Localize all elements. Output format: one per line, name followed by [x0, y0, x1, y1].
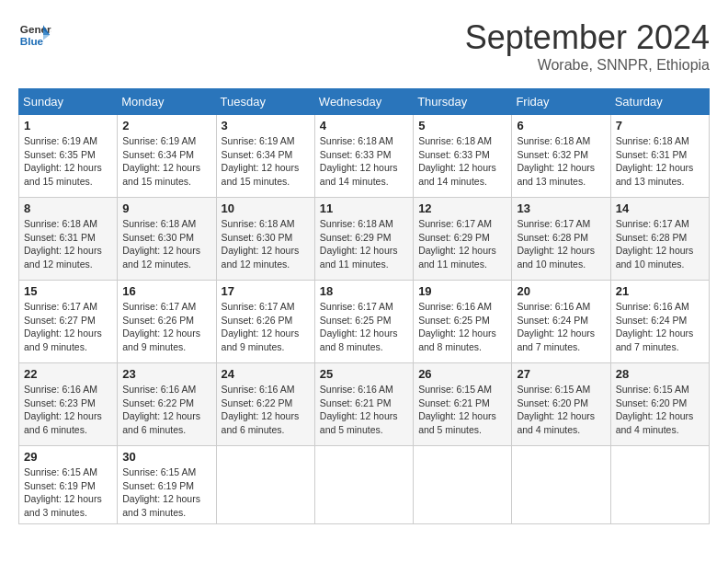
calendar-cell: 3 Sunrise: 6:19 AM Sunset: 6:34 PM Dayli…: [216, 115, 314, 198]
calendar-cell: 23 Sunrise: 6:16 AM Sunset: 6:22 PM Dayl…: [118, 363, 216, 446]
day-info: Sunrise: 6:18 AM Sunset: 6:31 PM Dayligh…: [616, 134, 704, 189]
day-number: 9: [122, 201, 210, 215]
day-number: 17: [222, 284, 310, 298]
day-number: 21: [616, 284, 704, 298]
logo-icon: General Blue: [18, 18, 51, 52]
calendar-cell: 15 Sunrise: 6:17 AM Sunset: 6:27 PM Dayl…: [19, 281, 118, 363]
calendar-cell: 2 Sunrise: 6:19 AM Sunset: 6:34 PM Dayli…: [118, 115, 216, 198]
calendar-cell: 22 Sunrise: 6:16 AM Sunset: 6:23 PM Dayl…: [19, 363, 118, 446]
day-info: Sunrise: 6:17 AM Sunset: 6:26 PM Dayligh…: [122, 300, 210, 354]
calendar-cell: 10 Sunrise: 6:18 AM Sunset: 6:30 PM Dayl…: [216, 198, 314, 281]
day-info: Sunrise: 6:17 AM Sunset: 6:26 PM Dayligh…: [222, 300, 310, 354]
day-info: Sunrise: 6:18 AM Sunset: 6:32 PM Dayligh…: [517, 134, 605, 189]
day-number: 22: [24, 367, 112, 381]
day-info: Sunrise: 6:15 AM Sunset: 6:21 PM Dayligh…: [418, 383, 506, 437]
day-number: 14: [616, 201, 704, 215]
day-info: Sunrise: 6:15 AM Sunset: 6:19 PM Dayligh…: [24, 465, 112, 520]
page-header: General Blue September 2024 Worabe, SNNP…: [18, 18, 710, 74]
day-info: Sunrise: 6:16 AM Sunset: 6:24 PM Dayligh…: [517, 300, 605, 354]
day-info: Sunrise: 6:18 AM Sunset: 6:30 PM Dayligh…: [122, 217, 210, 271]
day-number: 24: [222, 367, 310, 381]
day-number: 8: [24, 201, 112, 215]
month-title: September 2024: [465, 18, 710, 57]
calendar-cell: 12 Sunrise: 6:17 AM Sunset: 6:29 PM Dayl…: [414, 198, 512, 281]
calendar-cell: 19 Sunrise: 6:16 AM Sunset: 6:25 PM Dayl…: [414, 281, 512, 363]
header-monday: Monday: [118, 89, 216, 115]
calendar-cell: [216, 446, 314, 524]
day-number: 16: [122, 284, 210, 298]
day-info: Sunrise: 6:18 AM Sunset: 6:31 PM Dayligh…: [24, 217, 112, 271]
header-saturday: Saturday: [610, 89, 709, 115]
header-friday: Friday: [512, 89, 610, 115]
day-info: Sunrise: 6:16 AM Sunset: 6:23 PM Dayligh…: [24, 383, 112, 437]
calendar-cell: 11 Sunrise: 6:18 AM Sunset: 6:29 PM Dayl…: [314, 198, 413, 281]
calendar-cell: 16 Sunrise: 6:17 AM Sunset: 6:26 PM Dayl…: [118, 281, 216, 363]
day-number: 12: [418, 201, 506, 215]
day-info: Sunrise: 6:15 AM Sunset: 6:20 PM Dayligh…: [517, 383, 605, 437]
calendar-cell: 26 Sunrise: 6:15 AM Sunset: 6:21 PM Dayl…: [414, 363, 512, 446]
header-sunday: Sunday: [19, 89, 118, 115]
calendar-cell: [512, 446, 610, 524]
header-thursday: Thursday: [414, 89, 512, 115]
day-number: 10: [222, 201, 310, 215]
calendar-cell: 20 Sunrise: 6:16 AM Sunset: 6:24 PM Dayl…: [512, 281, 610, 363]
day-number: 30: [122, 450, 210, 464]
calendar-cell: 13 Sunrise: 6:17 AM Sunset: 6:28 PM Dayl…: [512, 198, 610, 281]
calendar-cell: 30 Sunrise: 6:15 AM Sunset: 6:19 PM Dayl…: [118, 446, 216, 524]
day-number: 19: [418, 284, 506, 298]
calendar-cell: 5 Sunrise: 6:18 AM Sunset: 6:33 PM Dayli…: [414, 115, 512, 198]
day-info: Sunrise: 6:18 AM Sunset: 6:33 PM Dayligh…: [320, 134, 408, 189]
day-info: Sunrise: 6:16 AM Sunset: 6:24 PM Dayligh…: [616, 300, 704, 354]
calendar-cell: [314, 446, 413, 524]
day-number: 4: [320, 119, 408, 132]
day-number: 2: [122, 119, 210, 132]
day-number: 11: [320, 201, 408, 215]
calendar-cell: 9 Sunrise: 6:18 AM Sunset: 6:30 PM Dayli…: [118, 198, 216, 281]
day-info: Sunrise: 6:15 AM Sunset: 6:20 PM Dayligh…: [616, 383, 704, 437]
day-number: 25: [320, 367, 408, 381]
day-info: Sunrise: 6:19 AM Sunset: 6:34 PM Dayligh…: [222, 134, 310, 189]
header-wednesday: Wednesday: [314, 89, 413, 115]
day-info: Sunrise: 6:16 AM Sunset: 6:25 PM Dayligh…: [418, 300, 506, 354]
calendar-cell: 27 Sunrise: 6:15 AM Sunset: 6:20 PM Dayl…: [512, 363, 610, 446]
day-info: Sunrise: 6:17 AM Sunset: 6:28 PM Dayligh…: [616, 217, 704, 271]
calendar-cell: 4 Sunrise: 6:18 AM Sunset: 6:33 PM Dayli…: [314, 115, 413, 198]
header-tuesday: Tuesday: [216, 89, 314, 115]
calendar-cell: 18 Sunrise: 6:17 AM Sunset: 6:25 PM Dayl…: [314, 281, 413, 363]
calendar-table: Sunday Monday Tuesday Wednesday Thursday…: [18, 88, 710, 524]
svg-text:Blue: Blue: [20, 35, 44, 47]
calendar-cell: 29 Sunrise: 6:15 AM Sunset: 6:19 PM Dayl…: [19, 446, 118, 524]
day-number: 26: [418, 367, 506, 381]
calendar-cell: 7 Sunrise: 6:18 AM Sunset: 6:31 PM Dayli…: [610, 115, 709, 198]
day-number: 28: [616, 367, 704, 381]
day-number: 7: [616, 119, 704, 132]
day-info: Sunrise: 6:16 AM Sunset: 6:22 PM Dayligh…: [222, 383, 310, 437]
calendar-cell: 24 Sunrise: 6:16 AM Sunset: 6:22 PM Dayl…: [216, 363, 314, 446]
day-number: 20: [517, 284, 605, 298]
day-info: Sunrise: 6:17 AM Sunset: 6:27 PM Dayligh…: [24, 300, 112, 354]
day-info: Sunrise: 6:18 AM Sunset: 6:33 PM Dayligh…: [418, 134, 506, 189]
calendar-cell: 25 Sunrise: 6:16 AM Sunset: 6:21 PM Dayl…: [314, 363, 413, 446]
day-number: 13: [517, 201, 605, 215]
day-info: Sunrise: 6:19 AM Sunset: 6:35 PM Dayligh…: [24, 134, 112, 189]
day-info: Sunrise: 6:16 AM Sunset: 6:21 PM Dayligh…: [320, 383, 408, 437]
calendar-cell: 17 Sunrise: 6:17 AM Sunset: 6:26 PM Dayl…: [216, 281, 314, 363]
day-number: 3: [222, 119, 310, 132]
day-info: Sunrise: 6:17 AM Sunset: 6:29 PM Dayligh…: [418, 217, 506, 271]
calendar-cell: [610, 446, 709, 524]
calendar-cell: 1 Sunrise: 6:19 AM Sunset: 6:35 PM Dayli…: [19, 115, 118, 198]
calendar-cell: 14 Sunrise: 6:17 AM Sunset: 6:28 PM Dayl…: [610, 198, 709, 281]
calendar-cell: 28 Sunrise: 6:15 AM Sunset: 6:20 PM Dayl…: [610, 363, 709, 446]
calendar-cell: 21 Sunrise: 6:16 AM Sunset: 6:24 PM Dayl…: [610, 281, 709, 363]
day-number: 27: [517, 367, 605, 381]
day-number: 18: [320, 284, 408, 298]
day-number: 6: [517, 119, 605, 132]
day-info: Sunrise: 6:15 AM Sunset: 6:19 PM Dayligh…: [122, 465, 210, 520]
calendar-cell: 8 Sunrise: 6:18 AM Sunset: 6:31 PM Dayli…: [19, 198, 118, 281]
calendar-header-row: Sunday Monday Tuesday Wednesday Thursday…: [19, 89, 710, 115]
day-info: Sunrise: 6:17 AM Sunset: 6:28 PM Dayligh…: [517, 217, 605, 271]
day-info: Sunrise: 6:18 AM Sunset: 6:29 PM Dayligh…: [320, 217, 408, 271]
day-number: 15: [24, 284, 112, 298]
day-info: Sunrise: 6:16 AM Sunset: 6:22 PM Dayligh…: [122, 383, 210, 437]
day-number: 29: [24, 450, 112, 464]
